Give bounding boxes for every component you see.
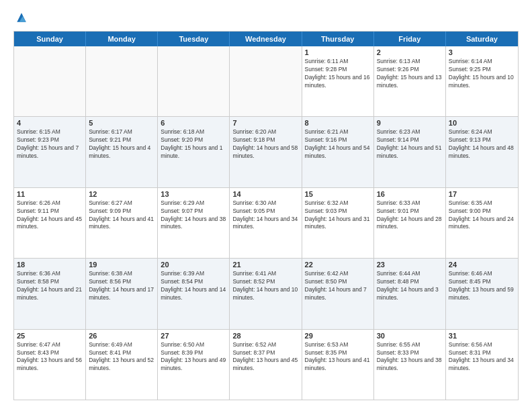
day-cell: 23Sunrise: 6:44 AM Sunset: 8:48 PM Dayli… bbox=[374, 259, 446, 328]
day-info: Sunrise: 6:38 AM Sunset: 8:56 PM Dayligh… bbox=[89, 270, 154, 302]
day-info: Sunrise: 6:56 AM Sunset: 8:31 PM Dayligh… bbox=[449, 341, 515, 373]
day-info: Sunrise: 6:15 AM Sunset: 9:23 PM Dayligh… bbox=[17, 128, 83, 161]
day-info: Sunrise: 6:42 AM Sunset: 8:50 PM Dayligh… bbox=[305, 270, 371, 302]
day-info: Sunrise: 6:11 AM Sunset: 9:28 PM Dayligh… bbox=[305, 58, 371, 90]
calendar-header: SundayMondayTuesdayWednesdayThursdayFrid… bbox=[14, 32, 518, 46]
day-number: 23 bbox=[377, 261, 443, 269]
day-cell: 7Sunrise: 6:20 AM Sunset: 9:18 PM Daylig… bbox=[230, 117, 302, 187]
day-number: 30 bbox=[377, 332, 443, 340]
day-header-sunday: Sunday bbox=[14, 32, 86, 46]
day-info: Sunrise: 6:33 AM Sunset: 9:01 PM Dayligh… bbox=[377, 199, 443, 232]
day-cell: 19Sunrise: 6:38 AM Sunset: 8:56 PM Dayli… bbox=[86, 259, 158, 328]
day-cell: 12Sunrise: 6:27 AM Sunset: 9:09 PM Dayli… bbox=[86, 188, 158, 258]
day-number: 4 bbox=[17, 119, 83, 127]
day-number: 21 bbox=[232, 261, 298, 269]
day-info: Sunrise: 6:36 AM Sunset: 8:58 PM Dayligh… bbox=[17, 270, 83, 302]
day-info: Sunrise: 6:27 AM Sunset: 9:09 PM Dayligh… bbox=[89, 199, 154, 232]
day-info: Sunrise: 6:14 AM Sunset: 9:25 PM Dayligh… bbox=[449, 58, 515, 90]
day-cell: 4Sunrise: 6:15 AM Sunset: 9:23 PM Daylig… bbox=[14, 117, 86, 187]
day-number: 12 bbox=[89, 190, 154, 198]
header bbox=[13, 11, 519, 24]
day-number: 27 bbox=[161, 332, 226, 340]
day-cell: 24Sunrise: 6:46 AM Sunset: 8:45 PM Dayli… bbox=[446, 259, 518, 328]
day-cell: 13Sunrise: 6:29 AM Sunset: 9:07 PM Dayli… bbox=[158, 188, 230, 258]
day-info: Sunrise: 6:53 AM Sunset: 8:35 PM Dayligh… bbox=[305, 341, 371, 373]
day-number: 7 bbox=[232, 119, 298, 127]
day-cell: 27Sunrise: 6:50 AM Sunset: 8:39 PM Dayli… bbox=[158, 330, 230, 400]
day-cell: 9Sunrise: 6:23 AM Sunset: 9:14 PM Daylig… bbox=[374, 117, 446, 187]
day-info: Sunrise: 6:23 AM Sunset: 9:14 PM Dayligh… bbox=[377, 128, 443, 161]
day-cell: 1Sunrise: 6:11 AM Sunset: 9:28 PM Daylig… bbox=[302, 46, 374, 116]
day-number: 9 bbox=[377, 119, 443, 127]
day-info: Sunrise: 6:21 AM Sunset: 9:16 PM Dayligh… bbox=[305, 128, 371, 161]
day-number: 28 bbox=[232, 332, 298, 340]
day-cell: 14Sunrise: 6:30 AM Sunset: 9:05 PM Dayli… bbox=[230, 188, 302, 258]
day-number: 15 bbox=[305, 190, 371, 198]
calendar-row: 4Sunrise: 6:15 AM Sunset: 9:23 PM Daylig… bbox=[14, 117, 518, 187]
day-cell: 8Sunrise: 6:21 AM Sunset: 9:16 PM Daylig… bbox=[302, 117, 374, 187]
day-header-tuesday: Tuesday bbox=[158, 32, 230, 46]
day-info: Sunrise: 6:30 AM Sunset: 9:05 PM Dayligh… bbox=[232, 199, 298, 232]
day-header-monday: Monday bbox=[86, 32, 158, 46]
logo-icon bbox=[15, 11, 28, 24]
day-number: 6 bbox=[161, 119, 226, 127]
day-number: 1 bbox=[305, 48, 371, 56]
day-cell: 26Sunrise: 6:49 AM Sunset: 8:41 PM Dayli… bbox=[86, 330, 158, 400]
day-cell bbox=[14, 46, 86, 116]
day-number: 25 bbox=[17, 332, 83, 340]
day-info: Sunrise: 6:50 AM Sunset: 8:39 PM Dayligh… bbox=[161, 341, 226, 373]
day-cell: 25Sunrise: 6:47 AM Sunset: 8:43 PM Dayli… bbox=[14, 330, 86, 400]
logo bbox=[13, 11, 28, 24]
day-info: Sunrise: 6:18 AM Sunset: 9:20 PM Dayligh… bbox=[161, 128, 226, 161]
day-cell: 17Sunrise: 6:35 AM Sunset: 9:00 PM Dayli… bbox=[446, 188, 518, 258]
day-cell: 21Sunrise: 6:41 AM Sunset: 8:52 PM Dayli… bbox=[230, 259, 302, 328]
day-number: 19 bbox=[89, 261, 154, 269]
day-info: Sunrise: 6:24 AM Sunset: 9:13 PM Dayligh… bbox=[449, 128, 515, 161]
day-cell: 3Sunrise: 6:14 AM Sunset: 9:25 PM Daylig… bbox=[446, 46, 518, 116]
day-info: Sunrise: 6:44 AM Sunset: 8:48 PM Dayligh… bbox=[377, 270, 443, 302]
day-number: 13 bbox=[161, 190, 226, 198]
day-cell bbox=[158, 46, 230, 116]
day-cell: 29Sunrise: 6:53 AM Sunset: 8:35 PM Dayli… bbox=[302, 330, 374, 400]
calendar-row: 25Sunrise: 6:47 AM Sunset: 8:43 PM Dayli… bbox=[14, 330, 518, 400]
day-cell: 22Sunrise: 6:42 AM Sunset: 8:50 PM Dayli… bbox=[302, 259, 374, 328]
day-number: 26 bbox=[89, 332, 154, 340]
day-number: 24 bbox=[449, 261, 515, 269]
day-number: 2 bbox=[377, 48, 443, 56]
day-number: 17 bbox=[449, 190, 515, 198]
day-info: Sunrise: 6:47 AM Sunset: 8:43 PM Dayligh… bbox=[17, 341, 83, 373]
day-number: 31 bbox=[449, 332, 515, 340]
page: SundayMondayTuesdayWednesdayThursdayFrid… bbox=[0, 0, 532, 411]
day-cell: 16Sunrise: 6:33 AM Sunset: 9:01 PM Dayli… bbox=[374, 188, 446, 258]
day-cell: 20Sunrise: 6:39 AM Sunset: 8:54 PM Dayli… bbox=[158, 259, 230, 328]
day-info: Sunrise: 6:41 AM Sunset: 8:52 PM Dayligh… bbox=[232, 270, 298, 302]
day-header-friday: Friday bbox=[374, 32, 446, 46]
day-cell bbox=[86, 46, 158, 116]
day-cell: 10Sunrise: 6:24 AM Sunset: 9:13 PM Dayli… bbox=[446, 117, 518, 187]
day-cell: 5Sunrise: 6:17 AM Sunset: 9:21 PM Daylig… bbox=[86, 117, 158, 187]
day-info: Sunrise: 6:17 AM Sunset: 9:21 PM Dayligh… bbox=[89, 128, 154, 161]
day-info: Sunrise: 6:46 AM Sunset: 8:45 PM Dayligh… bbox=[449, 270, 515, 302]
day-number: 10 bbox=[449, 119, 515, 127]
day-info: Sunrise: 6:13 AM Sunset: 9:26 PM Dayligh… bbox=[377, 58, 443, 90]
day-info: Sunrise: 6:35 AM Sunset: 9:00 PM Dayligh… bbox=[449, 199, 515, 232]
day-number: 3 bbox=[449, 48, 515, 56]
day-number: 14 bbox=[232, 190, 298, 198]
day-cell: 6Sunrise: 6:18 AM Sunset: 9:20 PM Daylig… bbox=[158, 117, 230, 187]
day-number: 18 bbox=[17, 261, 83, 269]
day-number: 29 bbox=[305, 332, 371, 340]
calendar-body: 1Sunrise: 6:11 AM Sunset: 9:28 PM Daylig… bbox=[14, 46, 518, 400]
day-number: 16 bbox=[377, 190, 443, 198]
day-cell: 28Sunrise: 6:52 AM Sunset: 8:37 PM Dayli… bbox=[230, 330, 302, 400]
day-info: Sunrise: 6:52 AM Sunset: 8:37 PM Dayligh… bbox=[232, 341, 298, 373]
calendar: SundayMondayTuesdayWednesdayThursdayFrid… bbox=[13, 31, 519, 400]
day-header-thursday: Thursday bbox=[302, 32, 374, 46]
day-number: 5 bbox=[89, 119, 154, 127]
day-number: 22 bbox=[305, 261, 371, 269]
day-info: Sunrise: 6:29 AM Sunset: 9:07 PM Dayligh… bbox=[161, 199, 226, 232]
day-header-saturday: Saturday bbox=[446, 32, 518, 46]
day-info: Sunrise: 6:55 AM Sunset: 8:33 PM Dayligh… bbox=[377, 341, 443, 373]
day-cell: 31Sunrise: 6:56 AM Sunset: 8:31 PM Dayli… bbox=[446, 330, 518, 400]
day-cell: 2Sunrise: 6:13 AM Sunset: 9:26 PM Daylig… bbox=[374, 46, 446, 116]
day-info: Sunrise: 6:39 AM Sunset: 8:54 PM Dayligh… bbox=[161, 270, 226, 302]
